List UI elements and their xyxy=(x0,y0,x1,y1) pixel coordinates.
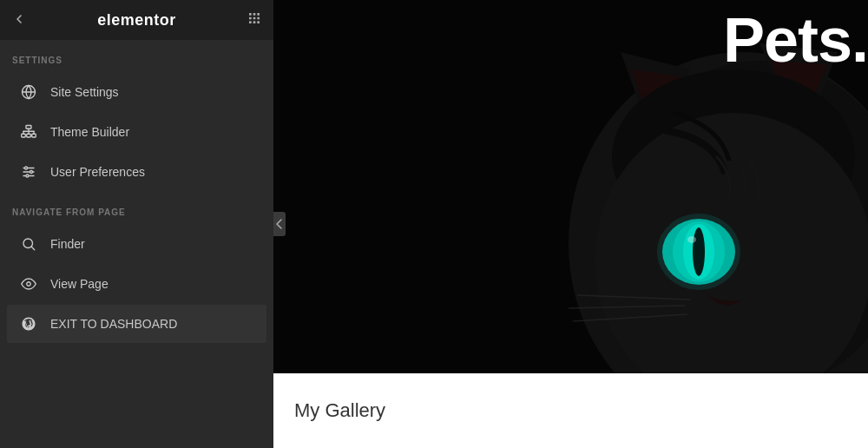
svg-line-27 xyxy=(31,247,34,249)
finder-label: Finder xyxy=(50,237,85,251)
sidebar-item-user-preferences[interactable]: User Preferences xyxy=(7,153,266,191)
main-content: Pets. My Gallery xyxy=(273,0,868,448)
exit-dashboard-label: EXIT TO DASHBOARD xyxy=(50,317,177,331)
svg-point-25 xyxy=(26,175,29,177)
sidebar-item-view-page[interactable]: View Page xyxy=(7,265,266,303)
sidebar-item-finder[interactable]: Finder xyxy=(7,225,266,263)
svg-rect-8 xyxy=(257,21,260,23)
sidebar: elementor SETTINGS Site xyxy=(0,0,273,448)
grid-button[interactable] xyxy=(247,11,261,30)
site-settings-label: Site Settings xyxy=(50,85,119,99)
search-icon xyxy=(19,234,38,254)
svg-rect-5 xyxy=(257,16,260,19)
canvas-area: Pets. xyxy=(273,0,868,373)
sidebar-item-exit-dashboard[interactable]: EXIT TO DASHBOARD xyxy=(7,305,266,343)
svg-point-24 xyxy=(30,171,33,174)
settings-section-label: SETTINGS xyxy=(0,40,273,72)
sidebar-item-theme-builder[interactable]: Theme Builder xyxy=(7,113,266,151)
hierarchy-icon xyxy=(19,122,38,142)
svg-point-26 xyxy=(23,239,33,248)
svg-point-23 xyxy=(25,167,28,169)
pets-text: Pets. xyxy=(723,9,868,71)
view-page-label: View Page xyxy=(50,277,108,291)
wordpress-icon xyxy=(19,314,38,333)
svg-rect-2 xyxy=(257,13,260,16)
back-button[interactable] xyxy=(12,11,26,29)
sidebar-collapse-toggle[interactable] xyxy=(273,212,286,236)
sidebar-header: elementor xyxy=(0,0,273,40)
svg-point-43 xyxy=(657,214,740,290)
eye-icon xyxy=(19,274,38,293)
sidebar-item-site-settings[interactable]: Site Settings xyxy=(7,73,266,111)
navigate-section-label: NAVIGATE FROM PAGE xyxy=(0,192,273,224)
globe-icon xyxy=(19,82,38,102)
page-title: My Gallery xyxy=(294,399,385,422)
user-preferences-label: User Preferences xyxy=(50,165,145,179)
page-title-bar: My Gallery xyxy=(273,373,868,448)
svg-rect-7 xyxy=(253,21,256,23)
svg-rect-0 xyxy=(249,13,252,16)
svg-rect-3 xyxy=(249,16,252,19)
svg-point-28 xyxy=(27,282,31,287)
theme-builder-label: Theme Builder xyxy=(50,125,129,139)
app-logo: elementor xyxy=(97,11,176,30)
svg-rect-6 xyxy=(249,21,252,23)
sliders-icon xyxy=(19,162,38,181)
svg-rect-4 xyxy=(253,16,256,19)
svg-rect-1 xyxy=(253,13,256,16)
